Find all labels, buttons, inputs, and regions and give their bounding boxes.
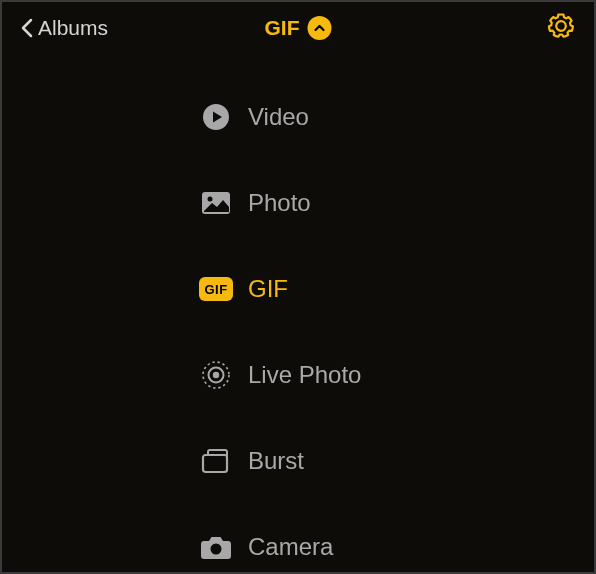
menu-item-live-photo[interactable]: Live Photo bbox=[198, 360, 398, 390]
svg-rect-7 bbox=[203, 455, 227, 472]
page-title: GIF bbox=[265, 16, 300, 40]
live-photo-icon bbox=[198, 360, 234, 390]
chevron-left-icon bbox=[20, 17, 34, 39]
burst-icon bbox=[198, 446, 234, 476]
settings-button[interactable] bbox=[546, 11, 576, 45]
gif-icon: GIF bbox=[198, 274, 234, 304]
camera-icon bbox=[198, 532, 234, 562]
menu-item-gif[interactable]: GIF GIF bbox=[198, 274, 398, 304]
filter-menu: Video Photo GIF GIF Live Photo bbox=[2, 54, 594, 562]
svg-point-2 bbox=[208, 197, 213, 202]
svg-point-8 bbox=[211, 544, 222, 555]
photo-icon bbox=[198, 188, 234, 218]
gear-icon bbox=[546, 11, 576, 45]
header: Albums GIF bbox=[2, 2, 594, 54]
back-button[interactable]: Albums bbox=[20, 16, 108, 40]
header-title-group[interactable]: GIF bbox=[265, 16, 332, 40]
back-label: Albums bbox=[38, 16, 108, 40]
menu-item-burst[interactable]: Burst bbox=[198, 446, 398, 476]
svg-point-5 bbox=[213, 372, 219, 378]
menu-label: Burst bbox=[248, 447, 304, 475]
play-icon bbox=[198, 102, 234, 132]
menu-label: Photo bbox=[248, 189, 311, 217]
menu-label: Camera bbox=[248, 533, 333, 561]
chevron-up-icon bbox=[308, 16, 332, 40]
menu-item-photo[interactable]: Photo bbox=[198, 188, 398, 218]
menu-label: Video bbox=[248, 103, 309, 131]
menu-item-camera[interactable]: Camera bbox=[198, 532, 398, 562]
menu-label: GIF bbox=[248, 275, 288, 303]
menu-label: Live Photo bbox=[248, 361, 361, 389]
menu-item-video[interactable]: Video bbox=[198, 102, 398, 132]
